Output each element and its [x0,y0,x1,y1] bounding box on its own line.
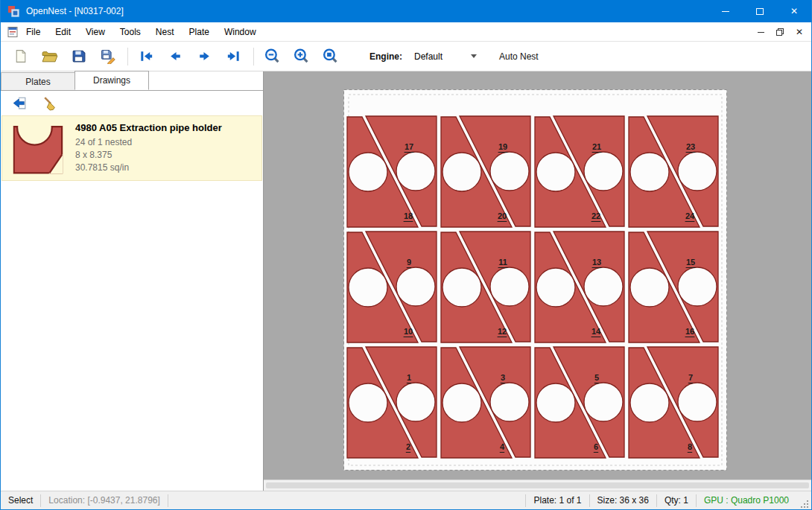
first-arrow-icon [139,48,154,64]
document-icon[interactable] [7,26,19,38]
menu-view[interactable]: View [78,22,112,41]
part-hole [443,268,481,307]
part-hole [349,268,387,307]
auto-nest-button[interactable]: Auto Nest [495,49,543,64]
part-number: 6 [594,442,598,451]
part-number: 1 [407,373,411,382]
horizontal-scrollbar[interactable] [264,479,811,491]
zoom-out-icon [264,48,281,65]
part-number: 4 [500,442,505,451]
menu-file[interactable]: File [19,22,48,41]
mdi-restore-button[interactable] [773,25,787,39]
last-plate-button[interactable] [223,46,244,67]
part-hole [490,267,529,306]
zoom-fit-button[interactable] [320,46,340,67]
status-gpu: GPU : Quadro P1000 [697,495,796,506]
engine-value: Default [414,51,443,62]
part-number: 2 [406,442,410,451]
part-number: 5 [594,373,599,382]
drawing-list: 4980 A05 Extraction pipe holder 24 of 1 … [1,115,263,491]
engine-select[interactable]: Default [410,48,481,65]
drawing-list-item[interactable]: 4980 A05 Extraction pipe holder 24 of 1 … [1,115,262,181]
engine-label: Engine: [369,51,402,62]
last-arrow-icon [226,48,241,64]
part-number: 7 [688,373,693,382]
minimize-icon [722,11,729,12]
part-hole [349,383,387,422]
close-icon: ✕ [790,7,798,16]
save-button[interactable] [68,46,89,67]
scrollbar-thumb[interactable] [266,482,809,488]
plate[interactable]: 171819202122232491011121314151612345678 [343,89,727,471]
zoom-fit-icon [322,48,339,65]
mdi-close-button[interactable]: ✕ [792,25,807,39]
titlebar: OpenNest - [N0317-002] ✕ [1,0,811,22]
part-hole [678,152,717,191]
part-number: 14 [591,327,601,336]
tab-drawings[interactable]: Drawings [74,71,149,90]
previous-plate-button[interactable] [165,46,185,67]
broom-icon [41,95,57,111]
menu-edit[interactable]: Edit [48,22,78,41]
part-number: 20 [498,211,507,220]
part-number: 11 [498,258,507,267]
toolbar-separator [127,48,128,66]
nest-canvas[interactable]: 171819202122232491011121314151612345678 [264,71,811,491]
resize-grip[interactable] [799,499,810,509]
close-button[interactable]: ✕ [777,0,811,22]
drawing-dimensions: 8 x 8.375 [75,149,222,162]
nest-svg[interactable]: 171819202122232491011121314151612345678 [343,89,727,471]
part-number: 17 [405,142,413,151]
clear-button[interactable] [38,93,60,112]
app-icon[interactable] [7,5,19,17]
part-hole [678,383,717,421]
zoom-in-button[interactable] [291,46,311,67]
part-number: 10 [404,327,413,336]
first-plate-button[interactable] [136,46,156,67]
sidebar-toolbar [1,92,263,114]
status-mode: Select [1,495,40,506]
part-hole [490,383,529,421]
status-plate: Plate: 1 of 1 [526,495,589,506]
zoom-out-button[interactable] [261,46,282,67]
status-location: Location: [-0.9437, 21.8796] [41,495,167,506]
part-hole [396,267,435,306]
maximize-icon [756,8,764,15]
part-number: 9 [407,258,411,267]
zoom-in-icon [293,48,310,65]
toolbar: Engine: Default Auto Nest [1,42,811,71]
menu-nest[interactable]: Nest [148,22,182,41]
next-plate-button[interactable] [194,46,215,67]
sidebar-tabstrip: Plates Drawings [1,71,263,91]
part-number: 16 [685,327,694,336]
part-hole [490,152,529,191]
tab-plates[interactable]: Plates [1,72,75,90]
drawing-thumbnail [2,118,75,178]
minimize-button[interactable] [708,0,743,22]
menu-window[interactable]: Window [217,22,264,41]
move-drawing-button[interactable] [8,93,31,112]
part-hole [396,383,435,421]
part-number: 22 [591,211,600,220]
part-number: 19 [498,142,507,151]
part-hole [443,153,481,191]
menu-tools[interactable]: Tools [112,22,148,41]
maximize-button[interactable] [743,0,777,22]
save-edit-icon [100,48,115,64]
part-hole [349,153,387,191]
menu-plate[interactable]: Plate [182,22,217,41]
drawing-name: 4980 A05 Extraction pipe holder [75,122,222,133]
open-folder-icon [41,48,58,64]
toolbar-separator [253,48,254,66]
menubar: File Edit View Tools Nest Plate Window ✕ [1,22,811,42]
mdi-minimize-button[interactable] [753,25,768,39]
part-hole [536,268,575,307]
new-file-button[interactable] [10,46,31,67]
part-number: 13 [592,258,601,267]
save-edit-button[interactable] [97,46,118,67]
mdi-restore-icon [775,28,784,36]
open-button[interactable] [39,46,60,67]
drawing-nested-count: 24 of 1 nested [75,136,222,149]
status-separator [168,494,168,507]
part-hole [584,152,623,191]
